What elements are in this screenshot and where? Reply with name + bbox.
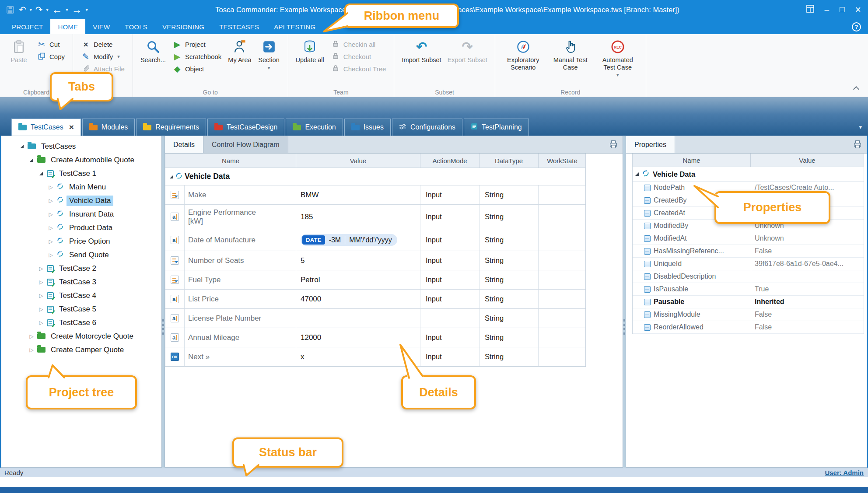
cell-actionmode[interactable]: Input — [426, 236, 442, 244]
expand-arrow-icon[interactable] — [635, 172, 639, 176]
ribbon-tab-view[interactable]: VIEW — [85, 19, 117, 34]
collapse-arrow-icon[interactable] — [38, 320, 44, 326]
right-splitter[interactable] — [623, 136, 626, 468]
minimize-button[interactable]: – — [825, 5, 830, 14]
table-row[interactable]: List Price 47000 Input String — [165, 290, 585, 309]
section-caret-icon[interactable]: ▾ — [268, 65, 270, 71]
tree-item-create-automobile-quote[interactable]: Create Automobile Quote — [1, 153, 161, 167]
table-row[interactable]: Engine Performance [kW] 185 Input String — [165, 205, 585, 229]
ribbon-tab-home[interactable]: HOME — [50, 19, 85, 34]
collapse-arrow-icon[interactable] — [28, 347, 35, 353]
collapse-arrow-icon[interactable] — [28, 333, 35, 339]
user-link[interactable]: User: Admin — [825, 469, 864, 476]
collapse-arrow-icon[interactable] — [48, 238, 54, 245]
tree-item-testcase-6[interactable]: TestCase 6 — [1, 316, 161, 329]
cell-actionmode[interactable]: Input — [426, 353, 442, 361]
back-button[interactable]: ← — [50, 3, 64, 16]
forward-caret-icon[interactable]: ▾ — [85, 7, 89, 12]
collapse-arrow-icon[interactable] — [38, 279, 44, 285]
tab-control-flow-diagram[interactable]: Control Flow Diagram — [203, 136, 288, 153]
print-icon[interactable] — [853, 140, 862, 151]
collapse-arrow-icon[interactable] — [48, 252, 54, 258]
cell-actionmode[interactable]: Input — [426, 213, 442, 221]
help-icon[interactable]: ? — [852, 22, 861, 31]
ribbon-tab-tools[interactable]: TOOLS — [117, 19, 155, 34]
tab-details[interactable]: Details — [165, 136, 203, 153]
property-row[interactable]: ModifiedAt Unknown — [633, 232, 864, 245]
tree-item-product-data[interactable]: Product Data — [1, 221, 161, 234]
copy-button[interactable]: Copy — [34, 51, 67, 63]
date-format[interactable]: MM'/'dd'/'yyyy — [349, 236, 392, 244]
modify-caret-icon[interactable]: ▾ — [117, 54, 120, 59]
tree-item-testcases-root[interactable]: TestCases — [1, 140, 161, 153]
tree-item-insurant-data[interactable]: Insurant Data — [1, 207, 161, 221]
tree-item-testcase-1[interactable]: TestCase 1 — [1, 167, 161, 180]
left-splitter[interactable] — [162, 136, 164, 468]
collapse-arrow-icon[interactable] — [38, 266, 44, 272]
details-parent-row[interactable]: Vehicle Data — [165, 168, 585, 185]
tree-item-testcase-5[interactable]: TestCase 5 — [1, 302, 161, 316]
undo-button[interactable]: ↶ — [17, 4, 28, 15]
table-row[interactable]: Make BMW Input String — [165, 185, 585, 205]
forward-button[interactable]: → — [70, 3, 84, 16]
cell-actionmode[interactable]: Input — [426, 295, 442, 303]
collapse-arrow-icon[interactable] — [48, 211, 54, 217]
table-row[interactable]: Fuel Type Petrol Input String — [165, 270, 585, 290]
expand-arrow-icon[interactable] — [38, 172, 44, 175]
cell-value[interactable]: BMW — [301, 191, 319, 199]
exploratory-scenario-button[interactable]: Exploratory Scenario — [500, 37, 546, 72]
tree-item-send-quote[interactable]: Send Quote — [1, 248, 161, 262]
goto-object-button[interactable]: ◆Object — [170, 63, 224, 75]
print-icon[interactable] — [609, 140, 618, 151]
export-subset-button[interactable]: ↷ Export Subset — [445, 37, 490, 65]
ribbon-tab-project[interactable]: PROJECT — [4, 19, 50, 34]
cell-actionmode[interactable]: Input — [426, 256, 442, 265]
property-row[interactable]: Pausable Inherited — [633, 296, 864, 308]
tree-item-price-option[interactable]: Price Option — [1, 234, 161, 248]
goto-project-button[interactable]: ▶Project — [170, 38, 224, 50]
table-row[interactable]: Annual Mileage 12000 Input String — [165, 328, 585, 347]
expand-arrow-icon[interactable] — [28, 158, 35, 162]
back-caret-icon[interactable]: ▾ — [65, 7, 69, 12]
tree-item-testcase-4[interactable]: TestCase 4 — [1, 289, 161, 302]
collapse-arrow-icon[interactable] — [48, 225, 54, 231]
ribbon-tab-testcases[interactable]: TESTCASES — [212, 19, 266, 34]
my-area-button[interactable]: My Area — [226, 37, 253, 65]
cell-actionmode[interactable]: Input — [426, 333, 442, 342]
expand-arrow-icon[interactable] — [170, 175, 173, 178]
cell-value[interactable]: 5 — [301, 256, 304, 265]
automated-test-case-button[interactable]: REC Automated Test Case ▾ — [595, 37, 640, 79]
expand-arrow-icon[interactable] — [19, 145, 25, 148]
cell-value[interactable]: Petrol — [301, 276, 320, 284]
property-row[interactable]: IsPausable True — [633, 283, 864, 296]
goto-scratchbook-button[interactable]: ▶Scratchbook — [170, 51, 224, 63]
automated-test-case-caret-icon[interactable]: ▾ — [616, 72, 619, 78]
close-button[interactable]: × — [855, 4, 861, 16]
layout-icon[interactable] — [806, 5, 814, 15]
ribbon-tab-api-testing[interactable]: API TESTING — [266, 19, 323, 34]
tree-item-testcase-2[interactable]: TestCase 2 — [1, 262, 161, 275]
checkout-button[interactable]: Checkout — [328, 51, 389, 63]
delete-button[interactable]: ×Delete — [78, 38, 127, 50]
tree-item-vehicle-data[interactable]: Vehicle Data — [1, 194, 161, 207]
tree-item-create-camper-quote[interactable]: Create Camper Quote — [1, 343, 161, 357]
search-button[interactable]: Search... — [138, 37, 168, 65]
collapse-ribbon-icon[interactable] — [853, 86, 859, 92]
collapse-arrow-icon[interactable] — [48, 198, 54, 204]
cell-value[interactable]: x — [301, 353, 304, 361]
modify-button[interactable]: ✎Modify▾ — [78, 51, 127, 63]
collapse-arrow-icon[interactable] — [38, 306, 44, 312]
redo-button[interactable]: ↷ — [34, 4, 45, 15]
table-row[interactable]: Number of Seats 5 Input String — [165, 251, 585, 270]
property-row[interactable]: ReorderAllowed False — [633, 321, 864, 334]
import-subset-button[interactable]: ↶ Import Subset — [399, 37, 443, 65]
property-row[interactable]: DisabledDescription — [633, 270, 864, 283]
cell-value[interactable]: 47000 — [301, 295, 321, 304]
cut-button[interactable]: ✂Cut — [34, 38, 67, 50]
date-value-pill[interactable]: DATE -3M MM'/'dd'/'yyyy — [301, 234, 397, 246]
property-row[interactable]: UniqueId 39f617e8-6a1d-67e5-0ae4... — [633, 258, 864, 270]
tree-item-create-motorcycle-quote[interactable]: Create Motorcycle Quote — [1, 329, 161, 343]
table-row[interactable]: License Plate Number String — [165, 309, 585, 328]
date-offset[interactable]: -3M — [329, 236, 341, 244]
paste-button[interactable]: Paste — [5, 37, 32, 65]
